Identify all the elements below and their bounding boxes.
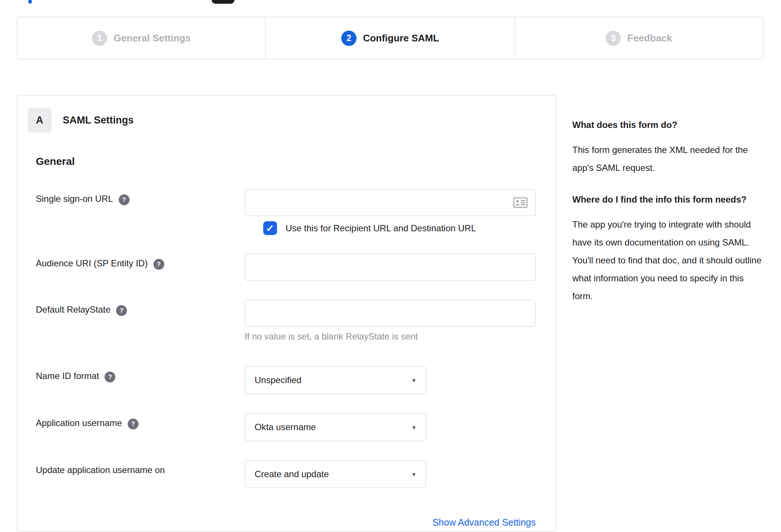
- dropdown-arrow-icon: ▼: [411, 424, 417, 431]
- field-label: Update application username on: [36, 460, 245, 488]
- checkbox-label[interactable]: Use this for Recipient URL and Destinati…: [286, 223, 476, 234]
- checkmark-icon: ✓: [266, 223, 274, 233]
- form-row-application-username: Application username ? Okta username ▼: [17, 413, 556, 441]
- step-label: Feedback: [627, 32, 672, 44]
- advanced-settings-row: Show Advanced Settings: [17, 517, 556, 528]
- step-number-badge: 2: [341, 31, 357, 46]
- stepper-step-configure-saml[interactable]: 2 Configure SAML: [265, 17, 514, 59]
- help-icon[interactable]: ?: [128, 419, 139, 429]
- form-row-default-relaystate: Default RelayState ? If no value is set,…: [17, 300, 556, 342]
- field-label-text: Application username: [36, 418, 122, 428]
- show-advanced-settings-link[interactable]: Show Advanced Settings: [432, 517, 536, 528]
- step-number-badge: 3: [606, 31, 621, 46]
- field-label-text: Update application username on: [36, 465, 165, 475]
- help-icon[interactable]: ?: [153, 259, 164, 270]
- update-username-select[interactable]: Create and update ▼: [245, 460, 426, 488]
- field-label: Audience URI (SP Entity ID) ?: [36, 254, 245, 281]
- recipient-url-checkbox[interactable]: ✓: [263, 221, 277, 235]
- panel-title: SAML Settings: [63, 115, 134, 126]
- field-label: Single sign-on URL ?: [36, 189, 245, 216]
- section-a-badge: A: [28, 108, 52, 132]
- relay-state-hint: If no value is set, a blank RelayState i…: [245, 331, 536, 342]
- saml-settings-panel: A SAML Settings General Single sign-on U…: [17, 95, 556, 532]
- sidebar-question-2: Where do I find the info this form needs…: [572, 193, 762, 206]
- form-row-update-username: Update application username on Create an…: [17, 460, 556, 488]
- field-control: Create and update ▼: [245, 460, 426, 488]
- field-label-text: Audience URI (SP Entity ID): [36, 258, 148, 269]
- sidebar-question-1: What does this form do?: [572, 119, 762, 131]
- dropdown-arrow-icon: ▼: [411, 471, 417, 478]
- selected-value: Create and update: [255, 469, 329, 479]
- field-label-text: Name ID format: [36, 371, 99, 381]
- field-label: Default RelayState ?: [36, 300, 245, 342]
- step-label: General Settings: [113, 32, 191, 44]
- help-icon[interactable]: ?: [119, 194, 130, 205]
- stepper-step-general-settings[interactable]: 1 General Settings: [17, 17, 265, 59]
- application-username-select[interactable]: Okta username ▼: [245, 413, 426, 441]
- form-row-single-sign-on-url: Single sign-on URL ?: [17, 189, 556, 216]
- help-icon[interactable]: ?: [105, 372, 115, 382]
- wizard-stepper: 1 General Settings 2 Configure SAML 3 Fe…: [17, 17, 763, 59]
- field-label: Name ID format ?: [36, 366, 245, 394]
- help-icon[interactable]: ?: [116, 305, 127, 316]
- form-row-name-id-format: Name ID format ? Unspecified ▼: [17, 366, 556, 394]
- stepper-step-feedback[interactable]: 3 Feedback: [514, 17, 763, 59]
- general-section-heading: General: [36, 156, 556, 168]
- name-id-format-select[interactable]: Unspecified ▼: [245, 366, 426, 394]
- recipient-url-checkbox-row: ✓ Use this for Recipient URL and Destina…: [17, 221, 556, 235]
- step-number-badge: 1: [92, 31, 107, 46]
- sidebar-answer-1: This form generates the XML needed for t…: [572, 141, 762, 177]
- step-label: Configure SAML: [363, 32, 439, 44]
- field-label-text: Single sign-on URL: [36, 194, 113, 204]
- sso-url-input[interactable]: [245, 189, 536, 216]
- field-control: If no value is set, a blank RelayState i…: [245, 300, 536, 342]
- cutoff-blue-fragment: [28, 0, 32, 3]
- sidebar-answer-2: The app you're trying to integrate with …: [572, 216, 762, 305]
- form-row-audience-uri: Audience URI (SP Entity ID) ?: [17, 254, 556, 281]
- cutoff-dark-fragment: [212, 0, 234, 4]
- field-control: [245, 189, 536, 216]
- dropdown-arrow-icon: ▼: [411, 377, 417, 384]
- relay-state-input[interactable]: [245, 300, 536, 327]
- field-control: Unspecified ▼: [245, 366, 426, 394]
- selected-value: Okta username: [255, 422, 316, 432]
- field-control: Okta username ▼: [245, 413, 426, 441]
- field-label-text: Default RelayState: [36, 304, 111, 315]
- audience-uri-input[interactable]: [245, 254, 536, 281]
- selected-value: Unspecified: [255, 375, 301, 385]
- help-sidebar: What does this form do? This form genera…: [572, 119, 762, 305]
- panel-header: A SAML Settings: [17, 108, 556, 132]
- field-control: [245, 254, 536, 281]
- contact-card-icon: [513, 197, 528, 208]
- field-label: Application username ?: [36, 413, 245, 441]
